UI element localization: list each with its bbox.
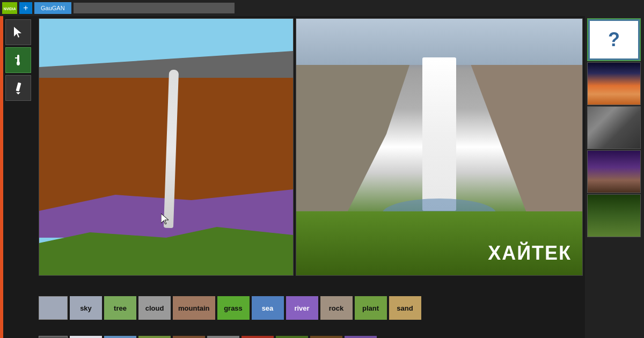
- label-snow[interactable]: snow: [70, 336, 102, 338]
- empty-color-slot: [39, 296, 68, 320]
- thumbnail-sunset[interactable]: [587, 62, 641, 105]
- label-grass[interactable]: grass: [217, 296, 250, 320]
- label-purple[interactable]: purple: [345, 336, 377, 338]
- pencil-tool-button[interactable]: [5, 75, 31, 101]
- thumbnail-green[interactable]: [587, 194, 641, 237]
- toolbar-input[interactable]: [74, 3, 235, 13]
- svg-marker-7: [16, 92, 20, 94]
- label-river[interactable]: river: [286, 296, 318, 320]
- label-bush[interactable]: bush: [276, 336, 308, 338]
- thumbnail-grey[interactable]: [587, 106, 641, 149]
- svg-rect-6: [16, 83, 21, 92]
- main-content: ХАЙТЕК sky tree cloud mountain grass sea…: [0, 16, 644, 338]
- label-sky[interactable]: sky: [70, 296, 102, 320]
- gaugan-tab[interactable]: GauGAN: [34, 2, 71, 14]
- label-hill[interactable]: hill: [138, 336, 171, 338]
- brush-tool-button[interactable]: [5, 47, 31, 73]
- svg-point-4: [17, 61, 20, 65]
- label-tree[interactable]: tree: [104, 296, 136, 320]
- label-dirt[interactable]: dirt: [173, 336, 205, 338]
- label-wood[interactable]: wood: [310, 336, 342, 338]
- pointer-tool-button[interactable]: [5, 19, 31, 45]
- thumbnail-purple-sky[interactable]: [587, 150, 641, 193]
- svg-marker-2: [14, 27, 21, 38]
- nvidia-logo: NVIDIA: [2, 2, 17, 14]
- photo-waterfall: [422, 57, 457, 211]
- label-sand[interactable]: sand: [389, 296, 421, 320]
- label-sea[interactable]: sea: [252, 296, 284, 320]
- label-plant[interactable]: plant: [355, 296, 387, 320]
- label-rock[interactable]: rock: [320, 296, 353, 320]
- canvases-row: ХАЙТЕК: [36, 16, 585, 278]
- photo-background: [296, 19, 582, 275]
- label-panels-row1: sky tree cloud mountain grass sea river …: [36, 278, 585, 337]
- tab-label: GauGAN: [41, 5, 65, 11]
- left-sidebar: [0, 16, 36, 338]
- svg-rect-3: [17, 55, 19, 62]
- label-mountain[interactable]: mountain: [173, 296, 215, 320]
- label-road[interactable]: road: [207, 336, 239, 338]
- label-water[interactable]: water: [104, 336, 136, 338]
- empty-slot-2: [39, 336, 68, 338]
- toolbar: NVIDIA + GauGAN: [0, 0, 644, 16]
- photo-green: [296, 211, 582, 276]
- label-stone[interactable]: stone: [241, 336, 274, 338]
- add-tab-button[interactable]: +: [19, 2, 32, 14]
- drawing-canvas[interactable]: [39, 18, 294, 276]
- right-thumbnail-panel: ?: [585, 16, 644, 338]
- canvas-area: ХАЙТЕК sky tree cloud mountain grass sea…: [36, 16, 585, 338]
- svg-text:NVIDIA: NVIDIA: [4, 7, 16, 11]
- thumbnail-random[interactable]: ?: [587, 18, 641, 61]
- accent-bar: [0, 16, 3, 338]
- reference-photo: ХАЙТЕК: [296, 18, 583, 276]
- label-cloud[interactable]: cloud: [138, 296, 171, 320]
